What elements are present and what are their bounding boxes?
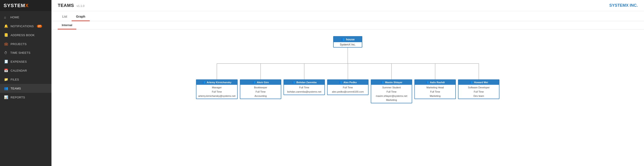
child-name-2: Bohdan Zaremba <box>296 81 317 84</box>
root-node-header: 👥 house <box>334 36 362 42</box>
content-area: 👥 house SystemX Inc. 👥 Artemy Kirnichans… <box>52 29 644 166</box>
sidebar-label-projects: PROJECTS <box>10 42 27 46</box>
calendar-icon: 📅 <box>4 69 8 73</box>
child-line-0-2: artemy.kirnichansky@systemx.net <box>198 94 236 98</box>
sidebar-item-expenses[interactable]: 🧾 EXPENSES <box>0 57 52 66</box>
page-title: TEAMS <box>58 3 74 8</box>
child-node-3: 👥 Alex PedkoFull Timealex.pedko@commit10… <box>327 80 368 95</box>
sidebar-label-notifications: NOTIFICATIONS <box>10 24 34 28</box>
child-name-0: Artemy Kirnichansky <box>207 81 231 84</box>
child-line-1-0: Bookkeeper <box>242 85 279 90</box>
child-header-0: 👥 Artemy Kirnichansky <box>196 80 238 85</box>
sidebar-item-notifications[interactable]: 🔔 NOTIFICATIONS 27 <box>0 22 52 31</box>
child-line-6-1: Full Time <box>460 90 497 94</box>
root-name: house <box>346 38 354 41</box>
sidebar-label-time-sheets: TIME SHEETS <box>10 51 30 54</box>
sidebar-label-teams: TEAMS <box>10 87 21 90</box>
child-box-0[interactable]: 👥 Artemy KirnichanskyManagerFull Timeart… <box>196 80 238 99</box>
version-label: v1.1.0 <box>76 4 84 7</box>
sidebar-label-expenses: EXPENSES <box>10 60 27 63</box>
sidebar-item-calendar[interactable]: 📅 CALENDAR <box>0 66 52 75</box>
main-header: TEAMS v1.1.0 SYSTEMX INC. <box>52 0 644 11</box>
child-icon-0: 👥 <box>202 81 206 84</box>
child-line-0-0: Manager <box>198 85 236 90</box>
child-box-5[interactable]: 👥 Aalis RashdiMarketing HeadFull TimeMar… <box>414 80 456 99</box>
child-line-6-2: Dev team <box>460 94 497 98</box>
sub-tabs-row: Internal <box>52 21 644 29</box>
child-line-3-0: Full Time <box>330 85 366 90</box>
expenses-icon: 🧾 <box>4 60 8 64</box>
sidebar-item-address-book[interactable]: 📒 ADDRESS BOOK <box>0 31 52 39</box>
child-icon-4: 👥 <box>381 81 384 84</box>
child-header-4: 👥 Maxim Shlayer <box>371 80 412 85</box>
main-content: TEAMS v1.1.0 SYSTEMX INC. ListGraph Inte… <box>52 0 644 166</box>
child-icon-2: 👥 <box>292 81 295 84</box>
sidebar-label-calendar: CALENDAR <box>10 69 27 72</box>
sidebar-item-reports[interactable]: 📊 REPORTS <box>0 93 52 102</box>
child-body-5: Marketing HeadFull TimeMarketing <box>415 85 456 99</box>
child-header-1: 👥 Akvir Girn <box>240 80 281 85</box>
child-box-3[interactable]: 👥 Alex PedkoFull Timealex.pedko@commit10… <box>327 80 368 95</box>
child-line-1-1: Full Time <box>242 90 279 94</box>
title-area: TEAMS v1.1.0 <box>58 3 84 8</box>
logo-text: SYSTEMX <box>4 3 29 8</box>
child-line-5-0: Marketing Head <box>417 85 454 90</box>
child-line-5-1: Full Time <box>417 90 454 94</box>
child-box-1[interactable]: 👥 Akvir GirnBookkeeperFull TimeAccountin… <box>240 80 281 99</box>
sidebar-item-teams[interactable]: 👥 TEAMS <box>0 84 52 93</box>
root-node-body: SystemX Inc. <box>334 42 362 47</box>
child-name-5: Aalis Rashdi <box>430 81 445 84</box>
company-name: SYSTEMX INC. <box>609 3 638 8</box>
child-line-2-0: Full Time <box>286 85 323 90</box>
child-line-4-1: Full Time <box>373 90 410 94</box>
sidebar-item-time-sheets[interactable]: ⏱ TIME SHEETS <box>0 48 52 57</box>
org-chart: 👥 house SystemX Inc. 👥 Artemy Kirnichans… <box>56 36 640 103</box>
root-icon: 👥 <box>341 37 344 41</box>
child-name-1: Akvir Girn <box>257 81 269 84</box>
sidebar-label-address-book: ADDRESS BOOK <box>10 33 35 37</box>
sidebar-item-projects[interactable]: 💼 PROJECTS <box>0 39 52 48</box>
sidebar-item-home[interactable]: ⌂ HOME <box>0 13 52 22</box>
child-node-5: 👥 Aalis RashdiMarketing HeadFull TimeMar… <box>414 80 456 99</box>
child-line-6-0: Software Developer <box>460 85 497 90</box>
child-icon-3: 👥 <box>339 81 342 84</box>
notification-badge: 27 <box>37 25 42 28</box>
tab-list[interactable]: List <box>58 12 72 21</box>
child-body-1: BookkeeperFull TimeAccounting <box>240 85 281 99</box>
child-name-6: Howard Wei <box>474 81 488 84</box>
child-body-3: Full Timealex.pedko@commit100.com <box>327 85 368 95</box>
child-body-2: Full Timebohdan.zaremba@systemx.net <box>284 85 325 95</box>
sidebar-nav: ⌂ HOME 🔔 NOTIFICATIONS 27📒 ADDRESS BOOK … <box>0 11 52 166</box>
root-node-box[interactable]: 👥 house SystemX Inc. <box>333 36 362 48</box>
child-line-2-1: bohdan.zaremba@systemx.net <box>286 90 323 94</box>
sub-tab-internal[interactable]: Internal <box>58 21 76 29</box>
teams-icon: 👥 <box>4 86 8 90</box>
root-node: 👥 house SystemX Inc. <box>333 36 362 48</box>
sidebar-label-home: HOME <box>10 16 19 19</box>
sidebar-item-files[interactable]: 📁 FILES <box>0 75 52 84</box>
child-header-6: 👥 Howard Wei <box>458 80 499 85</box>
child-node-0: 👥 Artemy KirnichanskyManagerFull Timeart… <box>196 80 238 99</box>
child-header-3: 👥 Alex Pedko <box>327 80 368 85</box>
home-icon: ⌂ <box>4 15 8 19</box>
child-line-4-0: Summer Student <box>373 85 410 90</box>
sidebar-label-files: FILES <box>10 78 19 81</box>
child-icon-6: 👥 <box>470 81 472 84</box>
child-body-0: ManagerFull Timeartemy.kirnichansky@syst… <box>196 85 238 99</box>
child-box-2[interactable]: 👥 Bohdan ZarembaFull Timebohdan.zaremba@… <box>284 80 325 95</box>
child-name-3: Alex Pedko <box>344 81 357 84</box>
child-body-4: Summer StudentFull Timemaxim.shlayer@sys… <box>371 85 412 103</box>
child-node-1: 👥 Akvir GirnBookkeeperFull TimeAccountin… <box>240 80 281 99</box>
projects-icon: 💼 <box>4 42 8 46</box>
child-icon-1: 👥 <box>252 81 256 84</box>
child-line-4-2: maxim.shlayer@systemx.net <box>373 94 410 98</box>
child-line-4-3: Marketing <box>373 98 410 102</box>
root-subtitle: SystemX Inc. <box>340 43 356 46</box>
child-header-5: 👥 Aalis Rashdi <box>415 80 456 85</box>
child-node-6: 👥 Howard WeiSoftware DeveloperFull TimeD… <box>458 80 500 99</box>
child-box-6[interactable]: 👥 Howard WeiSoftware DeveloperFull TimeD… <box>458 80 500 99</box>
tab-graph[interactable]: Graph <box>72 12 90 21</box>
child-box-4[interactable]: 👥 Maxim ShlayerSummer StudentFull Timema… <box>371 80 412 103</box>
sidebar-label-reports: REPORTS <box>10 96 25 99</box>
tabs-row: ListGraph <box>52 12 644 21</box>
